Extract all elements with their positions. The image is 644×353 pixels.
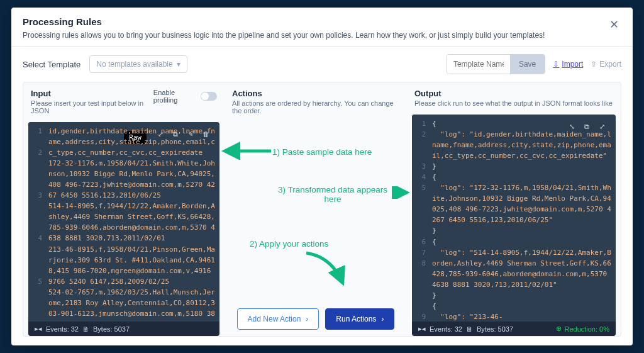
file-icon: 🗎 xyxy=(82,325,89,333)
line-numbers: 1234567891011 xyxy=(412,115,430,322)
input-title: Input xyxy=(31,89,153,98)
template-name-wrap: Save xyxy=(447,54,545,74)
run-actions-button[interactable]: Run Actions › xyxy=(325,308,394,330)
input-code-pane[interactable]: Raw ⤢ ⧉ ✎ 🗑 123456 id,gender,birthdate,m… xyxy=(28,122,219,322)
modal-header: Processing Rules Processing rules allows… xyxy=(11,8,633,47)
annotation-2: 2) Apply your actions xyxy=(250,239,328,249)
select-template-label: Select Template xyxy=(23,60,80,69)
output-subtitle: Please click run to see what the output … xyxy=(414,99,613,107)
events-count: Events: 32 xyxy=(46,325,79,333)
output-column: Output Please click run to see what the … xyxy=(407,82,621,336)
line-numbers: 123456 xyxy=(28,122,46,322)
input-subtitle: Please insert your test input below in J… xyxy=(31,99,153,115)
processing-rules-modal: Processing Rules Processing rules allows… xyxy=(11,8,633,345)
actions-subtitle: All actions are ordered by hierarchy. Yo… xyxy=(232,99,399,115)
close-icon[interactable]: ✕ xyxy=(607,16,621,33)
bytes-count: Bytes: 5037 xyxy=(93,325,130,333)
annotation-3: 3) Transformed data appearshere xyxy=(264,185,402,204)
modal-description: Processing rules allows you to bring you… xyxy=(23,31,545,40)
arrow-icon xyxy=(300,250,350,288)
expand-handle-icon[interactable]: ▸◂ xyxy=(418,325,426,333)
enable-profiling: Enable profiling xyxy=(153,89,217,104)
actions-title: Actions xyxy=(232,89,399,98)
reduction-label: ⊕ Reduction: 0% xyxy=(556,325,609,333)
template-name-input[interactable] xyxy=(447,55,510,74)
bytes-count: Bytes: 5037 xyxy=(477,325,513,333)
arrow-icon xyxy=(221,141,275,160)
events-count: Events: 32 xyxy=(430,325,462,333)
template-dropdown-text: No templates available xyxy=(96,60,172,69)
output-title: Output xyxy=(414,89,613,98)
import-icon: ⇩ xyxy=(553,60,559,69)
output-status-bar: ▸◂ Events: 32 🗎 Bytes: 5037 ⊕ Reduction:… xyxy=(412,322,616,336)
chevron-right-icon: › xyxy=(381,315,384,323)
add-new-action-button[interactable]: Add New Action › xyxy=(237,308,319,330)
save-button[interactable]: Save xyxy=(510,55,545,74)
input-status-bar: ▸◂ Events: 32 🗎 Bytes: 5037 xyxy=(28,322,219,336)
reduction-icon: ⊕ xyxy=(556,325,562,333)
output-code-body: { "log": "id,gender,birthdate,maiden_nam… xyxy=(430,115,616,322)
modal-title: Processing Rules xyxy=(23,16,545,27)
template-row: Select Template No templates available ▾… xyxy=(11,47,633,82)
output-code-pane[interactable]: ⤡ ⧉ ⤢ 1234567891011 { "log": "id,gender,… xyxy=(412,115,616,322)
chevron-down-icon: ▾ xyxy=(177,60,180,69)
export-icon: ⇧ xyxy=(591,60,597,69)
template-dropdown[interactable]: No templates available ▾ xyxy=(89,55,187,73)
import-link[interactable]: ⇩ Import xyxy=(553,60,583,69)
chevron-right-icon: › xyxy=(306,315,308,323)
actions-column: Actions All actions are ordered by hiera… xyxy=(225,82,407,336)
annotation-1: 1) Paste sample data here xyxy=(272,147,372,157)
expand-handle-icon[interactable]: ▸◂ xyxy=(35,325,42,333)
profiling-toggle[interactable] xyxy=(201,92,217,101)
file-icon: 🗎 xyxy=(466,325,473,333)
input-code-body: id,gender,birthdate,maiden_name,lname,fn… xyxy=(46,122,219,322)
export-link[interactable]: ⇧ Export xyxy=(591,60,621,69)
main-panel: Input Please insert your test input belo… xyxy=(23,82,621,337)
input-column: Input Please insert your test input belo… xyxy=(23,82,225,336)
